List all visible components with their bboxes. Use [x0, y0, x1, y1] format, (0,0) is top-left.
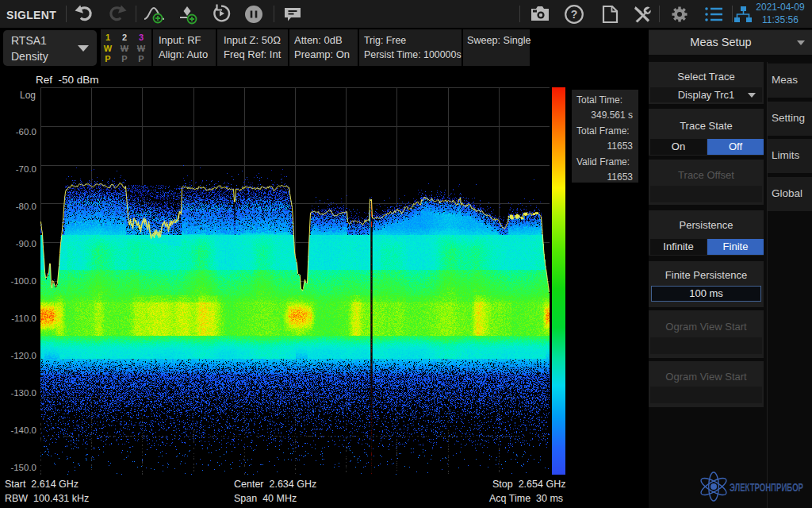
svg-text:?: ?	[571, 8, 578, 21]
svg-text:ЭЛЕКТРОНПРИБОР: ЭЛЕКТРОНПРИБОР	[730, 480, 803, 494]
